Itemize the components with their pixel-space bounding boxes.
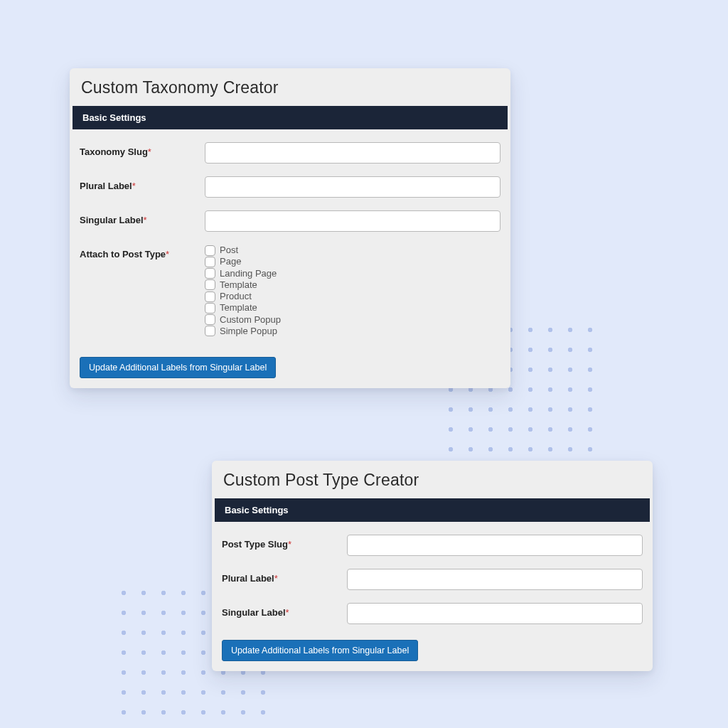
checkbox-icon [205, 245, 215, 256]
plural-label-input[interactable] [347, 569, 643, 590]
button-row: Update Additional Labels from Singular L… [70, 357, 510, 388]
checkbox-row[interactable]: Product [205, 291, 281, 302]
label-taxonomy-slug: Taxonomy Slug* [80, 142, 205, 157]
label-singular-label: Singular Label* [222, 603, 347, 618]
plural-label-input[interactable] [205, 176, 500, 198]
label-plural-label: Plural Label* [222, 569, 347, 584]
label-singular-label: Singular Label* [80, 210, 205, 225]
checkbox-row[interactable]: Template [205, 279, 281, 291]
row-plural-label: Plural Label* [80, 176, 500, 198]
taxonomy-creator-panel: Custom Taxonomy Creator Basic Settings T… [70, 68, 510, 388]
post-type-slug-input[interactable] [347, 535, 643, 556]
checkbox-icon [205, 257, 215, 267]
checkbox-row[interactable]: Template [205, 302, 281, 314]
checkbox-row[interactable]: Page [205, 256, 281, 267]
post-type-checklist: Post Page Landing Page Template Product … [205, 245, 281, 337]
label-post-type-slug: Post Type Slug* [222, 535, 347, 550]
button-row: Update Additional Labels from Singular L… [212, 640, 653, 671]
section-header-basic: Basic Settings [215, 498, 650, 522]
row-taxonomy-slug: Taxonomy Slug* [80, 142, 500, 164]
checkbox-icon [205, 268, 215, 279]
checkbox-icon [205, 326, 215, 336]
row-post-type-slug: Post Type Slug* [222, 535, 643, 556]
singular-label-input[interactable] [347, 603, 643, 624]
update-labels-button[interactable]: Update Additional Labels from Singular L… [80, 357, 276, 378]
label-attach-post-type: Attach to Post Type* [80, 245, 205, 259]
singular-label-input[interactable] [205, 210, 500, 232]
checkbox-row[interactable]: Post [205, 245, 281, 256]
row-singular-label: Singular Label* [80, 210, 500, 232]
form-body: Taxonomy Slug* Plural Label* Singular La… [70, 129, 510, 357]
post-type-creator-panel: Custom Post Type Creator Basic Settings … [212, 461, 653, 671]
taxonomy-slug-input[interactable] [205, 142, 500, 164]
row-plural-label: Plural Label* [222, 569, 643, 590]
label-plural-label: Plural Label* [80, 176, 205, 191]
checkbox-icon [205, 314, 215, 325]
form-body: Post Type Slug* Plural Label* Singular L… [212, 522, 653, 640]
panel-title: Custom Post Type Creator [212, 461, 653, 498]
checkbox-row[interactable]: Custom Popup [205, 314, 281, 326]
checkbox-icon [205, 303, 215, 314]
checkbox-icon [205, 291, 215, 302]
update-labels-button[interactable]: Update Additional Labels from Singular L… [222, 640, 418, 661]
section-header-basic: Basic Settings [73, 106, 508, 129]
row-attach-post-type: Attach to Post Type* Post Page Landing P… [80, 245, 500, 337]
row-singular-label: Singular Label* [222, 603, 643, 624]
panel-title: Custom Taxonomy Creator [70, 68, 510, 106]
checkbox-icon [205, 279, 215, 290]
checkbox-row[interactable]: Simple Popup [205, 326, 281, 337]
checkbox-row[interactable]: Landing Page [205, 268, 281, 279]
